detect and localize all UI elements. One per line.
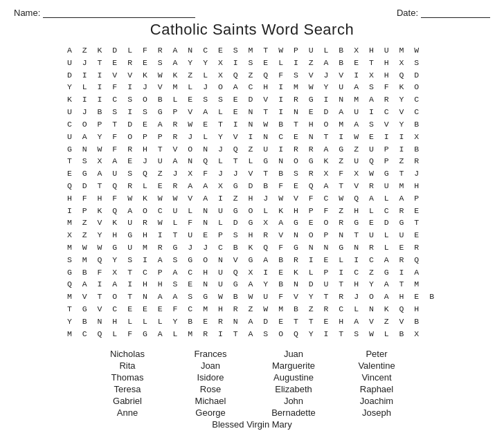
grid-row: G N W F R H T V O N J Q Z U I R R A G Z … [67, 143, 437, 156]
word-list-row: TeresaRoseElizabethRaphael [86, 384, 418, 394]
word-item: Marguerite [252, 360, 335, 371]
grid-row: Y L I F I J V M L J O A C H I M W Y U A … [67, 81, 437, 93]
grid-row: X Z Y H G H I T U E P S H R V N O P N T … [67, 229, 437, 241]
grid-row: H F H F W K W W V A I Z H J W V F C W Q … [67, 192, 437, 205]
word-item: Juan [252, 349, 335, 359]
name-label: Name: [14, 8, 40, 18]
word-search-grid: A Z K D L F R A N C E S M T W P U L B X … [67, 44, 437, 340]
word-item: Gabriel [86, 396, 169, 406]
grid-row: U J B S I S G P V A L E N T I N E D A U … [67, 106, 437, 118]
word-item-blessed-virgin-mary: Blessed Virgin Mary [197, 419, 307, 430]
grid-row: M Z V K U R W L F N L D G X A G E O R G … [67, 217, 437, 229]
word-item: Teresa [86, 384, 169, 394]
word-item: Raphael [335, 384, 418, 394]
page: Name: Date: Catholic Saints Word Search … [0, 0, 504, 431]
word-item: Elizabeth [252, 384, 335, 394]
word-item: Augustine [252, 372, 335, 383]
word-item: Frances [169, 349, 252, 359]
word-list: NicholasFrancesJuanPeterRitaJoanMargueri… [14, 349, 490, 430]
word-list-row: AnneGeorgeBernadetteJoseph [86, 407, 418, 418]
grid-row: U A Y F O P P R J L Y V I N C E N T I W … [67, 131, 437, 143]
word-list-row: GabrielMichaelJohnJoachim [86, 396, 418, 406]
name-field: Name: [14, 7, 195, 18]
header: Name: Date: [14, 7, 490, 18]
date-label: Date: [397, 8, 418, 18]
word-item: George [169, 407, 252, 418]
word-item: Bernadette [252, 407, 335, 418]
page-title: Catholic Saints Word Search [14, 21, 490, 39]
date-input-line [421, 7, 490, 18]
word-item: John [252, 396, 335, 406]
grid-row: Q D T Q R L E R A A X G D B F E Q A T V … [67, 180, 437, 192]
date-field: Date: [397, 7, 490, 18]
word-item: Anne [86, 407, 169, 418]
grid-row: A Z K D L F R A N C E S M T W P U L B X … [67, 44, 437, 57]
word-item: Thomas [86, 372, 169, 383]
grid-row: T S X A E J U A N Q L T L G N O G K Z U … [67, 155, 437, 167]
grid-row: M V T O T N A A S G W B W U F V Y T R J … [67, 291, 437, 303]
word-list-row: ThomasIsidoreAugustineVincent [86, 372, 418, 383]
word-list-row: NicholasFrancesJuanPeter [86, 349, 418, 359]
word-item: Vincent [335, 372, 418, 383]
grid-row: I P K Q A O C U L N U G O L K H P F Z H … [67, 205, 437, 217]
grid-row: M C Q L F G A L M R I T A S O Q Y I T S … [67, 328, 437, 340]
word-item: Joachim [335, 396, 418, 406]
grid-row: S M Q Y S I A S G O N V G A B R I E L I … [67, 254, 437, 266]
grid-container: A Z K D L F R A N C E S M T W P U L B X … [14, 44, 490, 340]
word-item: Joan [169, 360, 252, 371]
grid-row: D I I V V K W K Z L X Q Z Q F S V J V I … [67, 69, 437, 82]
grid-row: Y B N H L L L Y B E R N A D E T T E H A … [67, 315, 437, 328]
grid-row: T G V C E E E F C M H R Z W M B Z R C L … [67, 303, 437, 315]
grid-row: E G A U S Q Z J X F J J V T B S R X F X … [67, 167, 437, 180]
word-item: Rose [169, 384, 252, 394]
word-item: Peter [335, 349, 418, 359]
word-item: Michael [169, 396, 252, 406]
word-list-row: RitaJoanMargueriteValentine [86, 360, 418, 371]
word-item: Isidore [169, 372, 252, 383]
word-item: Rita [86, 360, 169, 371]
grid-row: K I I C S O B L E S S E D V I R G I N M … [67, 93, 437, 106]
grid-row: Q A I A I H H S E N U G A Y B N D U T H … [67, 278, 437, 291]
word-item: Joseph [335, 407, 418, 418]
word-item: Valentine [335, 360, 418, 371]
grid-row: G B F X T C P A C H U Q X I E K L P I C … [67, 266, 437, 279]
word-list-extra-row: Blessed Virgin Mary [197, 419, 307, 430]
name-input-line [43, 7, 195, 18]
word-item: Nicholas [86, 349, 169, 359]
grid-row: M W W G U M R G J J C B K Q F G N N G N … [67, 241, 437, 254]
grid-row: C O P T D E A R W E T I N W B T H O M A … [67, 118, 437, 131]
grid-row: U J T E R E S A Y Y X I S E L I Z A B E … [67, 57, 437, 69]
